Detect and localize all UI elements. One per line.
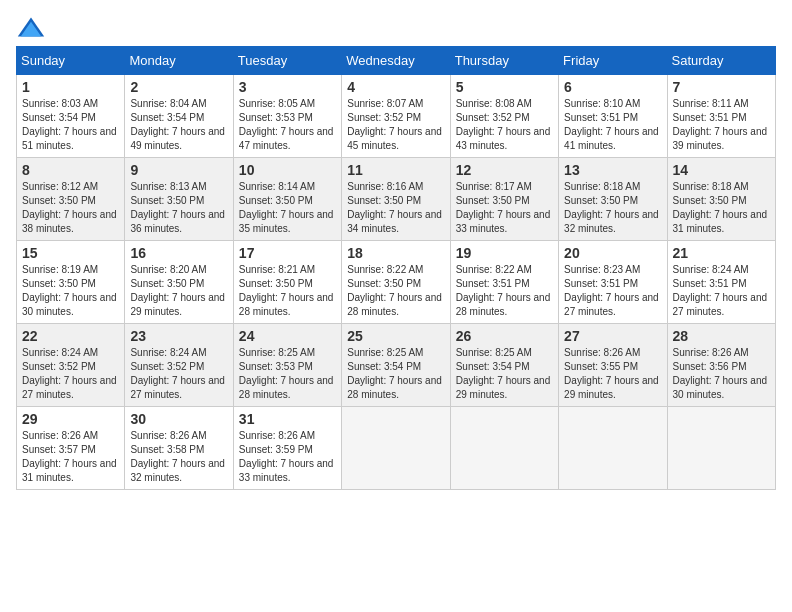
day-number: 22 [22, 328, 119, 344]
day-header-friday: Friday [559, 47, 667, 75]
calendar-cell: 22 Sunrise: 8:24 AMSunset: 3:52 PMDaylig… [17, 324, 125, 407]
day-number: 15 [22, 245, 119, 261]
day-info: Sunrise: 8:25 AMSunset: 3:54 PMDaylight:… [347, 347, 442, 400]
day-info: Sunrise: 8:13 AMSunset: 3:50 PMDaylight:… [130, 181, 225, 234]
day-info: Sunrise: 8:19 AMSunset: 3:50 PMDaylight:… [22, 264, 117, 317]
day-info: Sunrise: 8:07 AMSunset: 3:52 PMDaylight:… [347, 98, 442, 151]
day-number: 4 [347, 79, 444, 95]
calendar-cell: 13 Sunrise: 8:18 AMSunset: 3:50 PMDaylig… [559, 158, 667, 241]
calendar-cell: 1 Sunrise: 8:03 AMSunset: 3:54 PMDayligh… [17, 75, 125, 158]
day-info: Sunrise: 8:03 AMSunset: 3:54 PMDaylight:… [22, 98, 117, 151]
day-header-monday: Monday [125, 47, 233, 75]
day-info: Sunrise: 8:22 AMSunset: 3:51 PMDaylight:… [456, 264, 551, 317]
day-info: Sunrise: 8:12 AMSunset: 3:50 PMDaylight:… [22, 181, 117, 234]
day-info: Sunrise: 8:18 AMSunset: 3:50 PMDaylight:… [564, 181, 659, 234]
day-number: 10 [239, 162, 336, 178]
day-number: 11 [347, 162, 444, 178]
calendar-cell: 17 Sunrise: 8:21 AMSunset: 3:50 PMDaylig… [233, 241, 341, 324]
day-number: 9 [130, 162, 227, 178]
day-number: 21 [673, 245, 770, 261]
day-info: Sunrise: 8:16 AMSunset: 3:50 PMDaylight:… [347, 181, 442, 234]
day-info: Sunrise: 8:04 AMSunset: 3:54 PMDaylight:… [130, 98, 225, 151]
page-header [16, 16, 776, 38]
calendar-cell: 24 Sunrise: 8:25 AMSunset: 3:53 PMDaylig… [233, 324, 341, 407]
calendar-cell: 4 Sunrise: 8:07 AMSunset: 3:52 PMDayligh… [342, 75, 450, 158]
calendar-cell: 23 Sunrise: 8:24 AMSunset: 3:52 PMDaylig… [125, 324, 233, 407]
calendar-cell: 2 Sunrise: 8:04 AMSunset: 3:54 PMDayligh… [125, 75, 233, 158]
calendar-cell: 25 Sunrise: 8:25 AMSunset: 3:54 PMDaylig… [342, 324, 450, 407]
day-number: 3 [239, 79, 336, 95]
day-number: 25 [347, 328, 444, 344]
calendar-cell: 5 Sunrise: 8:08 AMSunset: 3:52 PMDayligh… [450, 75, 558, 158]
calendar-week-row: 1 Sunrise: 8:03 AMSunset: 3:54 PMDayligh… [17, 75, 776, 158]
calendar-cell: 26 Sunrise: 8:25 AMSunset: 3:54 PMDaylig… [450, 324, 558, 407]
day-info: Sunrise: 8:22 AMSunset: 3:50 PMDaylight:… [347, 264, 442, 317]
calendar-week-row: 22 Sunrise: 8:24 AMSunset: 3:52 PMDaylig… [17, 324, 776, 407]
day-info: Sunrise: 8:24 AMSunset: 3:51 PMDaylight:… [673, 264, 768, 317]
calendar-cell: 19 Sunrise: 8:22 AMSunset: 3:51 PMDaylig… [450, 241, 558, 324]
day-header-saturday: Saturday [667, 47, 775, 75]
day-info: Sunrise: 8:05 AMSunset: 3:53 PMDaylight:… [239, 98, 334, 151]
day-header-thursday: Thursday [450, 47, 558, 75]
day-info: Sunrise: 8:26 AMSunset: 3:57 PMDaylight:… [22, 430, 117, 483]
day-info: Sunrise: 8:26 AMSunset: 3:55 PMDaylight:… [564, 347, 659, 400]
calendar-cell: 30 Sunrise: 8:26 AMSunset: 3:58 PMDaylig… [125, 407, 233, 490]
day-info: Sunrise: 8:24 AMSunset: 3:52 PMDaylight:… [130, 347, 225, 400]
logo [16, 16, 50, 38]
day-info: Sunrise: 8:18 AMSunset: 3:50 PMDaylight:… [673, 181, 768, 234]
calendar-cell: 9 Sunrise: 8:13 AMSunset: 3:50 PMDayligh… [125, 158, 233, 241]
calendar-week-row: 29 Sunrise: 8:26 AMSunset: 3:57 PMDaylig… [17, 407, 776, 490]
calendar-cell: 29 Sunrise: 8:26 AMSunset: 3:57 PMDaylig… [17, 407, 125, 490]
calendar-week-row: 8 Sunrise: 8:12 AMSunset: 3:50 PMDayligh… [17, 158, 776, 241]
calendar-cell: 10 Sunrise: 8:14 AMSunset: 3:50 PMDaylig… [233, 158, 341, 241]
day-info: Sunrise: 8:24 AMSunset: 3:52 PMDaylight:… [22, 347, 117, 400]
calendar-cell: 14 Sunrise: 8:18 AMSunset: 3:50 PMDaylig… [667, 158, 775, 241]
day-header-wednesday: Wednesday [342, 47, 450, 75]
day-header-sunday: Sunday [17, 47, 125, 75]
day-info: Sunrise: 8:25 AMSunset: 3:53 PMDaylight:… [239, 347, 334, 400]
day-number: 29 [22, 411, 119, 427]
calendar-cell: 28 Sunrise: 8:26 AMSunset: 3:56 PMDaylig… [667, 324, 775, 407]
day-number: 8 [22, 162, 119, 178]
day-number: 18 [347, 245, 444, 261]
day-info: Sunrise: 8:21 AMSunset: 3:50 PMDaylight:… [239, 264, 334, 317]
day-number: 30 [130, 411, 227, 427]
day-number: 17 [239, 245, 336, 261]
calendar-table: SundayMondayTuesdayWednesdayThursdayFrid… [16, 46, 776, 490]
day-info: Sunrise: 8:11 AMSunset: 3:51 PMDaylight:… [673, 98, 768, 151]
day-number: 27 [564, 328, 661, 344]
calendar-cell: 16 Sunrise: 8:20 AMSunset: 3:50 PMDaylig… [125, 241, 233, 324]
day-number: 13 [564, 162, 661, 178]
calendar-cell: 27 Sunrise: 8:26 AMSunset: 3:55 PMDaylig… [559, 324, 667, 407]
calendar-cell [342, 407, 450, 490]
calendar-header-row: SundayMondayTuesdayWednesdayThursdayFrid… [17, 47, 776, 75]
day-number: 28 [673, 328, 770, 344]
calendar-cell [559, 407, 667, 490]
day-info: Sunrise: 8:26 AMSunset: 3:58 PMDaylight:… [130, 430, 225, 483]
calendar-cell: 21 Sunrise: 8:24 AMSunset: 3:51 PMDaylig… [667, 241, 775, 324]
day-number: 14 [673, 162, 770, 178]
calendar-cell: 31 Sunrise: 8:26 AMSunset: 3:59 PMDaylig… [233, 407, 341, 490]
day-info: Sunrise: 8:20 AMSunset: 3:50 PMDaylight:… [130, 264, 225, 317]
day-number: 2 [130, 79, 227, 95]
calendar-cell: 8 Sunrise: 8:12 AMSunset: 3:50 PMDayligh… [17, 158, 125, 241]
day-info: Sunrise: 8:26 AMSunset: 3:56 PMDaylight:… [673, 347, 768, 400]
day-number: 19 [456, 245, 553, 261]
day-number: 24 [239, 328, 336, 344]
calendar-cell [667, 407, 775, 490]
calendar-cell: 12 Sunrise: 8:17 AMSunset: 3:50 PMDaylig… [450, 158, 558, 241]
logo-icon [16, 16, 46, 38]
day-info: Sunrise: 8:08 AMSunset: 3:52 PMDaylight:… [456, 98, 551, 151]
calendar-cell: 7 Sunrise: 8:11 AMSunset: 3:51 PMDayligh… [667, 75, 775, 158]
day-number: 16 [130, 245, 227, 261]
calendar-cell: 11 Sunrise: 8:16 AMSunset: 3:50 PMDaylig… [342, 158, 450, 241]
day-number: 1 [22, 79, 119, 95]
day-info: Sunrise: 8:14 AMSunset: 3:50 PMDaylight:… [239, 181, 334, 234]
day-number: 6 [564, 79, 661, 95]
day-number: 26 [456, 328, 553, 344]
day-number: 5 [456, 79, 553, 95]
day-info: Sunrise: 8:17 AMSunset: 3:50 PMDaylight:… [456, 181, 551, 234]
calendar-cell: 3 Sunrise: 8:05 AMSunset: 3:53 PMDayligh… [233, 75, 341, 158]
day-number: 31 [239, 411, 336, 427]
day-header-tuesday: Tuesday [233, 47, 341, 75]
